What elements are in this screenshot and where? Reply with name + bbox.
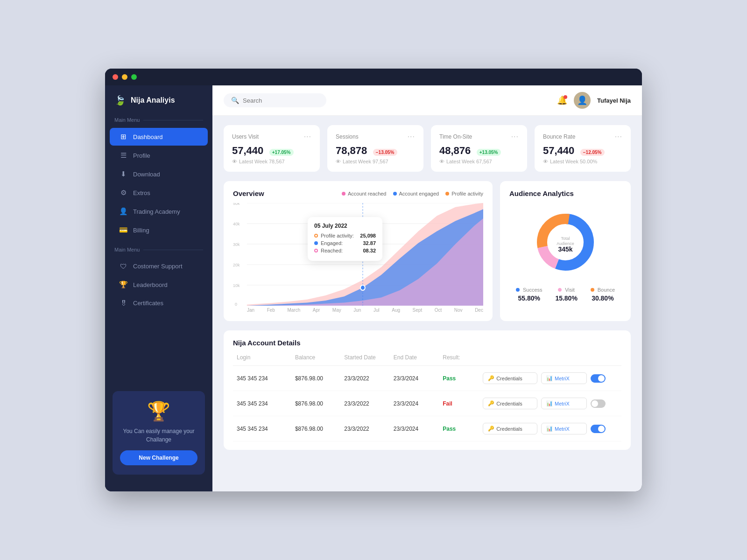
trading-icon: 👤 — [119, 207, 127, 216]
sidebar-item-label: Dashboard — [133, 133, 163, 140]
table-row: 345 345 234 $876.98.00 23/3/2022 23/3/20… — [233, 391, 621, 416]
cell-end: 23/3/2024 — [394, 426, 439, 432]
credentials-button[interactable]: 🔑 Credentials — [483, 372, 537, 384]
chart-icon: 📊 — [546, 400, 553, 406]
col-started: Started Date — [344, 354, 389, 361]
main-content: 🔍 🔔 👤 Tufayel Nija — [212, 85, 642, 491]
sidebar-item-trading-academy[interactable]: 👤 Trading Academy — [110, 203, 208, 220]
sidebar: 🍃 Nija Analiyis Main Menu ⊞ Dashboard ☰ … — [105, 85, 212, 491]
chart-tooltip: 05 July 2022 Profile activity: 25,098 En… — [308, 217, 382, 261]
minimize-dot[interactable] — [122, 74, 127, 80]
stat-more-button[interactable]: ··· — [511, 133, 519, 141]
eye-icon: 👁 — [439, 159, 444, 164]
account-section: Nija Account Details Login Balance Start… — [224, 330, 631, 450]
sidebar-item-label: Costomer Support — [133, 263, 183, 270]
sidebar-item-label: Trading Academy — [133, 208, 180, 215]
stat-week-label: Latest Week 78,567 — [239, 159, 285, 164]
legend-label: Account engaged — [399, 191, 439, 196]
svg-text:0: 0 — [235, 301, 237, 306]
aud-stat-success: Success 55.80% — [516, 287, 543, 302]
stat-card-sessions: Sessions ··· 78,878 −13.05% 👁 Latest Wee… — [327, 125, 423, 172]
leaderboard-icon: 🏆 — [119, 280, 127, 289]
stat-badge: −13.05% — [373, 149, 397, 156]
close-dot[interactable] — [113, 74, 118, 80]
svg-point-12 — [360, 285, 365, 290]
sidebar-item-leaderboard[interactable]: 🏆 Leaderboord — [110, 276, 208, 294]
toggle-switch[interactable] — [591, 399, 606, 408]
legend-profile-activity: Profile activity — [445, 191, 483, 196]
metrix-button[interactable]: 📊 MetriX — [541, 423, 586, 434]
table-row: 345 345 234 $876.98.00 23/3/2022 23/3/20… — [233, 366, 621, 391]
metrix-button[interactable]: 📊 MetriX — [541, 398, 586, 409]
new-challenge-button[interactable]: New Challenge — [120, 450, 197, 465]
stats-row: Users Visit ··· 57,440 +17.05% 👁 Latest … — [224, 125, 631, 172]
table-row: 345 345 234 $876.98.00 23/3/2022 23/3/20… — [233, 416, 621, 441]
aud-value-success: 55.80% — [516, 294, 543, 302]
legend-account-engaged: Account engaged — [393, 191, 439, 196]
aud-dot-visit — [558, 288, 562, 292]
legend-account-reached: Account reached — [342, 191, 387, 196]
tooltip-dot — [314, 234, 318, 238]
search-input[interactable] — [243, 97, 319, 104]
metrix-button[interactable]: 📊 MetriX — [541, 372, 586, 384]
notification-button[interactable]: 🔔 — [557, 95, 567, 105]
svg-text:10k: 10k — [233, 283, 240, 288]
sidebar-item-label: Profile — [133, 152, 150, 159]
credentials-button[interactable]: 🔑 Credentials — [483, 423, 537, 434]
tooltip-label: Engaged: — [321, 240, 360, 246]
col-login: Login — [237, 354, 291, 361]
credentials-button[interactable]: 🔑 Credentials — [483, 398, 537, 409]
col-metrix — [541, 354, 586, 361]
chart-header: Overview Account reached Account engaged — [233, 189, 483, 197]
donut-container: Total Audience 345k — [509, 205, 621, 280]
stat-more-button[interactable]: ··· — [304, 133, 311, 141]
search-box[interactable]: 🔍 — [224, 93, 326, 107]
toggle-switch[interactable] — [591, 374, 606, 383]
x-axis-labels: Jan Feb March Apr May Jun Jul Aug Sept O… — [233, 306, 483, 313]
stat-week: 👁 Latest Week 97,567 — [336, 159, 415, 164]
stat-badge: +13.05% — [477, 149, 501, 156]
user-name: Tufayel Nija — [597, 97, 631, 104]
toggle-knob — [592, 400, 598, 407]
sidebar-item-profile[interactable]: ☰ Profile — [110, 147, 208, 164]
topbar: 🔍 🔔 👤 Tufayel Nija — [212, 85, 642, 116]
stat-card-users-visit: Users Visit ··· 57,440 +17.05% 👁 Latest … — [224, 125, 320, 172]
sidebar-item-certificates[interactable]: 🎖 Certificates — [110, 294, 208, 312]
sidebar-item-extros[interactable]: ⚙ Extros — [110, 184, 208, 202]
stat-more-button[interactable]: ··· — [408, 133, 415, 141]
logo-icon: 🍃 — [114, 95, 126, 106]
cell-balance: $876.98.00 — [295, 426, 340, 432]
key-icon: 🔑 — [488, 400, 494, 406]
stat-label: Sessions — [336, 133, 359, 140]
legend-dot-pink — [342, 192, 345, 196]
key-icon: 🔑 — [488, 375, 494, 381]
stat-value: 57,440 — [232, 145, 263, 156]
audience-stats: Success 55.80% Visit 15.80% — [509, 287, 621, 302]
stat-value: 78,878 — [336, 145, 367, 156]
stat-more-button[interactable]: ··· — [615, 133, 622, 141]
key-icon: 🔑 — [488, 426, 494, 432]
sidebar-item-dashboard[interactable]: ⊞ Dashboard — [110, 128, 208, 146]
toggle-switch[interactable] — [591, 425, 606, 433]
maximize-dot[interactable] — [131, 74, 137, 80]
svg-text:345k: 345k — [558, 245, 572, 253]
col-cred — [483, 354, 537, 361]
logo: 🍃 Nija Analiyis — [105, 95, 212, 117]
stat-card-bounce-rate: Bounce Rate ··· 57,440 −12.05% 👁 Latest … — [535, 125, 631, 172]
col-end: End Date — [394, 354, 439, 361]
tooltip-date: 05 July 2022 — [314, 223, 376, 229]
eye-icon: 👁 — [336, 159, 341, 164]
table-header: Login Balance Started Date End Date Resu… — [233, 354, 621, 366]
tooltip-row-activity: Profile activity: 25,098 — [314, 233, 376, 238]
challenge-card: 🏆 You Can easily manage your Challange N… — [113, 391, 205, 475]
svg-text:50k: 50k — [233, 203, 240, 206]
middle-row: Overview Account reached Account engaged — [224, 181, 631, 321]
stat-week: 👁 Latest Week 50.00% — [543, 159, 622, 164]
sidebar-item-billing[interactable]: 💳 Billing — [110, 221, 208, 239]
tooltip-label: Reached: — [321, 248, 360, 253]
legend-dot-blue — [393, 192, 397, 196]
col-balance: Balance — [295, 354, 340, 361]
sidebar-item-download[interactable]: ⬇ Download — [110, 165, 208, 183]
sidebar-item-customer-support[interactable]: 🛡 Costomer Support — [110, 258, 208, 275]
cell-result: Pass — [443, 375, 479, 382]
